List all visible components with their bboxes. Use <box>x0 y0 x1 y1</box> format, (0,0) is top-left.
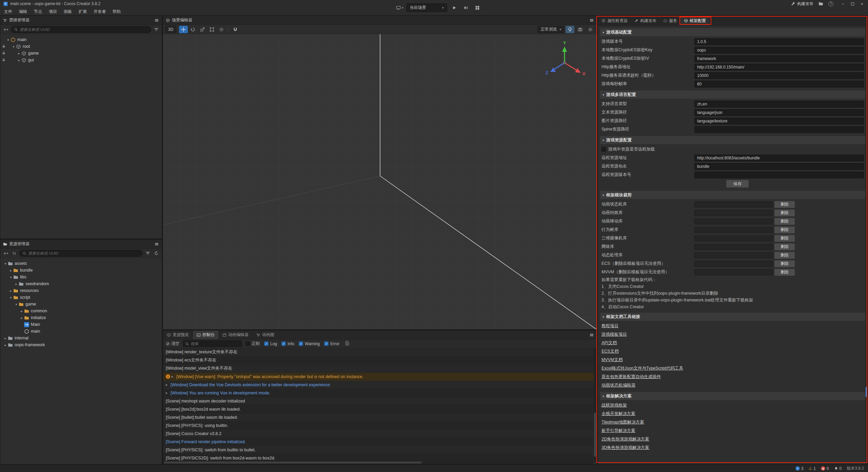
chevron-right-icon[interactable]: ▸ <box>17 52 21 55</box>
tree-item[interactable]: ▸bundle <box>0 267 162 274</box>
config-scroll-thumb[interactable] <box>866 387 867 397</box>
rect-tool-button[interactable] <box>208 26 216 33</box>
doc-link[interactable]: MVVM文档 <box>601 357 623 363</box>
layout-button[interactable] <box>473 3 482 12</box>
console-vertical-scrollbar[interactable] <box>594 348 596 460</box>
remote-load-checkbox[interactable] <box>601 147 606 152</box>
tree-item[interactable]: ▾root <box>0 43 162 50</box>
delete-button[interactable]: 删除 <box>774 218 795 225</box>
log-row[interactable]: ▸[Window] Download the Vue Devtools exte… <box>163 381 597 389</box>
create-node-button[interactable]: +▾ <box>2 26 9 33</box>
doc-link[interactable]: 3D角色扮演游戏解决方案 <box>601 445 649 451</box>
assets-filter-button[interactable] <box>144 250 151 257</box>
create-asset-button[interactable]: +▾ <box>2 250 9 257</box>
export-log-button[interactable] <box>345 341 350 347</box>
doc-link[interactable]: 动画状态机编辑器 <box>601 382 635 388</box>
scene-settings-button[interactable] <box>586 26 595 33</box>
tree-item[interactable]: ▾game <box>0 301 162 308</box>
menu-item[interactable]: 扩展 <box>75 9 90 15</box>
console-tab[interactable]: 动画图 <box>253 331 278 339</box>
doc-link[interactable]: 教程项目 <box>601 323 618 329</box>
refresh-assets-button[interactable] <box>153 250 160 257</box>
chevron-right-icon[interactable]: ▸ <box>3 343 8 347</box>
panel-menu-icon[interactable] <box>589 333 594 337</box>
hierarchy-search[interactable] <box>11 26 151 33</box>
section-header[interactable]: ▾游戏资源配置 <box>600 136 865 144</box>
filter-正则[interactable]: 正则 <box>245 341 260 347</box>
lock-icon[interactable] <box>2 51 6 56</box>
filter-checkbox[interactable] <box>264 341 269 346</box>
menu-item[interactable]: 面板 <box>60 9 75 15</box>
chevron-right-icon[interactable]: ▸ <box>8 269 13 272</box>
tree-item[interactable]: ▸game <box>0 50 162 57</box>
panel-menu-icon[interactable] <box>589 18 594 23</box>
doc-link[interactable]: API文档 <box>601 340 617 346</box>
doc-link[interactable]: ECS文档 <box>601 349 619 354</box>
console-search[interactable] <box>183 340 242 347</box>
sort-assets-button[interactable] <box>11 250 18 257</box>
hierarchy-filter-button[interactable] <box>153 26 160 33</box>
open-project-folder-button[interactable] <box>818 1 824 6</box>
field-input[interactable]: framework <box>694 55 864 62</box>
filter-error[interactable]: Error <box>324 341 339 346</box>
tree-item[interactable]: ▸gui <box>0 57 162 63</box>
delete-button[interactable]: 删除 <box>774 210 795 216</box>
chevron-down-icon[interactable]: ▾ <box>11 45 16 48</box>
doc-link[interactable]: 2D角色扮演游戏解决方案 <box>601 436 649 442</box>
assets-search[interactable] <box>19 250 143 257</box>
filter-log[interactable]: Log <box>264 341 277 346</box>
scene-camera-button[interactable] <box>576 26 585 33</box>
section-header[interactable]: ▾游戏基础配置 <box>600 28 865 36</box>
doc-link[interactable]: 新手引导解决方案 <box>601 428 635 434</box>
doc-link[interactable]: 战棋游戏框架 <box>601 402 627 408</box>
console-horizontal-scrollbar[interactable] <box>163 461 593 464</box>
chevron-right-icon[interactable]: ▸ <box>14 282 19 286</box>
chevron-right-icon[interactable]: ▸ <box>19 309 24 313</box>
menu-item[interactable]: 项目 <box>45 9 60 15</box>
delete-button[interactable]: 删除 <box>774 201 795 208</box>
filter-checkbox[interactable] <box>245 341 250 346</box>
section-header[interactable]: ▾框架模块裁剪 <box>600 191 865 199</box>
lock-icon[interactable] <box>2 58 6 63</box>
tree-item[interactable]: ▸seedrandom <box>0 280 162 287</box>
log-row[interactable]: [Scene] [PHYSICS]: using builtin. <box>163 421 597 430</box>
step-button[interactable] <box>462 3 470 12</box>
tree-item[interactable]: main <box>0 328 162 335</box>
lock-icon[interactable] <box>2 44 6 49</box>
log-row[interactable]: [Scene] [box2d]:box2d wasm lib loaded. <box>163 405 597 413</box>
menu-item[interactable]: 文件 <box>1 9 16 15</box>
field-input[interactable] <box>694 126 864 133</box>
doc-link[interactable]: 游戏模板项目 <box>601 332 627 337</box>
menu-item[interactable]: 编辑 <box>16 9 31 15</box>
log-row[interactable]: !▸[Window] [Vue warn]: Property "onInput… <box>163 373 597 381</box>
section-header[interactable]: ▾游戏多语言配置 <box>600 91 865 99</box>
gizmo-pivot-button[interactable] <box>217 26 226 33</box>
doc-link[interactable]: Excel格式转Json文件与TypeScript代码工具 <box>601 366 683 371</box>
view-mode-dropdown[interactable]: 正常浏览▾ <box>537 26 564 33</box>
filter-info[interactable]: Info <box>281 341 294 346</box>
console-tab[interactable]: 资源预览 <box>163 331 193 339</box>
field-input[interactable]: language/json <box>694 109 864 116</box>
config-scrollbar[interactable] <box>865 26 868 464</box>
field-input[interactable]: 1.0.5 <box>694 38 864 45</box>
build-publish-button[interactable]: 构建发布 <box>791 1 813 7</box>
expand-arrow-icon[interactable]: ▸ <box>166 383 171 387</box>
log-row[interactable]: [Scene] Cocos Creator v3.8.2 <box>163 430 597 438</box>
scene-viewport[interactable]: YXZ <box>163 34 597 329</box>
expand-arrow-icon[interactable]: ▸ <box>172 375 176 378</box>
delete-button[interactable]: 删除 <box>774 227 795 233</box>
console-search-input[interactable] <box>191 342 240 346</box>
error-count[interactable]: ⊘0 <box>821 466 829 471</box>
field-input[interactable] <box>694 172 864 178</box>
delete-button[interactable]: 删除 <box>774 243 795 250</box>
field-input[interactable]: http://192.168.0.150/main/ <box>694 64 864 71</box>
log-row[interactable]: [Scene] [bullet]:bullet wasm lib loaded. <box>163 413 597 421</box>
delete-button[interactable]: 删除 <box>774 269 795 276</box>
tab-inspector[interactable]: 属性检查器 <box>598 16 631 25</box>
orientation-gizmo[interactable]: YXZ <box>542 40 587 82</box>
log-row[interactable]: [Scene] [PHYSICS]: switch from builtin t… <box>163 446 597 454</box>
scene-light-toggle[interactable] <box>566 26 574 33</box>
move-tool-button[interactable] <box>179 26 188 33</box>
field-input[interactable]: 60 <box>694 81 864 87</box>
minimize-button[interactable]: − <box>838 0 848 7</box>
